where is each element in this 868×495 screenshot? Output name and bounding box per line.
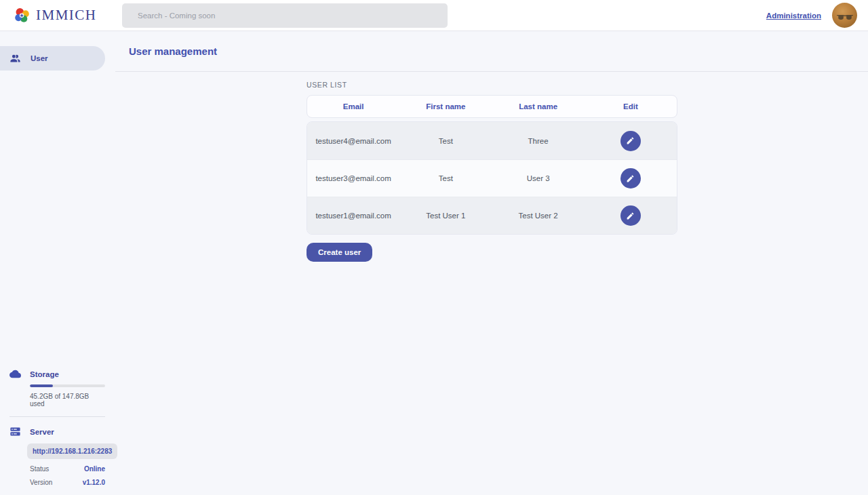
edit-user-button[interactable]	[620, 168, 641, 189]
server-status-value: Online	[84, 465, 105, 473]
table-row: testuser3@email.com Test User 3	[307, 159, 677, 197]
sidebar-item-user[interactable]: User	[0, 46, 105, 71]
pencil-icon	[626, 212, 635, 220]
sidebar-item-label: User	[31, 54, 48, 62]
column-header-edit: Edit	[585, 102, 677, 111]
user-avatar[interactable]	[832, 3, 857, 28]
server-version-row: Version v1.12.0	[30, 479, 105, 486]
user-management-section: USER LIST Email First name Last name Edi…	[115, 72, 868, 262]
glasses-icon	[836, 7, 854, 24]
cell-email: testuser1@email.com	[307, 212, 399, 220]
page-title: User management	[129, 45, 217, 57]
cell-first-name: Test	[399, 137, 492, 145]
pencil-icon	[626, 174, 635, 183]
server-status-label: Status	[30, 465, 49, 473]
user-table: Email First name Last name Edit testuser…	[307, 95, 677, 235]
column-header-first-name: First name	[399, 102, 492, 111]
sidebar-divider	[9, 416, 105, 417]
edit-user-button[interactable]	[620, 131, 641, 151]
cloud-icon	[9, 368, 30, 380]
storage-block: Storage 45.2GB of 147.8GB used	[9, 368, 105, 408]
cell-first-name: Test	[399, 174, 492, 182]
storage-progress-bar	[30, 384, 105, 387]
create-user-button[interactable]: Create user	[307, 243, 372, 262]
user-list-label: USER LIST	[307, 81, 868, 89]
table-row: testuser4@email.com Test Three	[307, 122, 677, 159]
search-input[interactable]	[122, 3, 448, 28]
search-bar	[122, 3, 448, 28]
users-icon	[9, 53, 21, 64]
brand-name: IMMICH	[36, 7, 97, 24]
cell-first-name: Test User 1	[399, 212, 492, 220]
cell-email: testuser3@email.com	[307, 174, 399, 182]
table-body: testuser4@email.com Test Three testuser3…	[307, 121, 677, 235]
server-version-label: Version	[30, 479, 52, 486]
top-navbar: IMMICH Administration	[0, 0, 868, 31]
page-title-bar: User management	[115, 31, 868, 72]
storage-progress-fill	[30, 384, 53, 387]
sidebar-footer: Storage 45.2GB of 147.8GB used	[0, 368, 115, 495]
brand[interactable]: IMMICH	[0, 7, 122, 24]
server-title: Server	[30, 428, 54, 436]
table-row: testuser1@email.com Test User 1 Test Use…	[307, 197, 677, 234]
edit-user-button[interactable]	[620, 205, 641, 226]
cell-last-name: User 3	[492, 174, 585, 182]
main-content: User management USER LIST Email First na…	[115, 31, 868, 495]
server-url-badge: http://192.168.1.216:2283	[27, 443, 117, 459]
page-layout: User Storage 45.2GB of 147.8GB used	[0, 31, 868, 495]
server-block: Server http://192.168.1.216:2283 Status …	[9, 426, 105, 486]
column-header-last-name: Last name	[492, 102, 585, 111]
server-status-row: Status Online	[30, 465, 105, 473]
column-header-email: Email	[307, 102, 399, 111]
cell-last-name: Three	[492, 137, 585, 145]
immich-logo-icon	[14, 7, 31, 24]
storage-usage-text: 45.2GB of 147.8GB used	[30, 393, 105, 408]
administration-link[interactable]: Administration	[766, 12, 821, 20]
storage-title: Storage	[30, 370, 59, 378]
sidebar: User Storage 45.2GB of 147.8GB used	[0, 31, 115, 495]
navbar-right: Administration	[766, 3, 868, 28]
cell-last-name: Test User 2	[492, 212, 585, 220]
server-version-value: v1.12.0	[83, 479, 105, 486]
table-header-row: Email First name Last name Edit	[307, 95, 677, 118]
cell-email: testuser4@email.com	[307, 137, 399, 145]
pencil-icon	[626, 136, 635, 145]
server-icon	[9, 426, 30, 437]
